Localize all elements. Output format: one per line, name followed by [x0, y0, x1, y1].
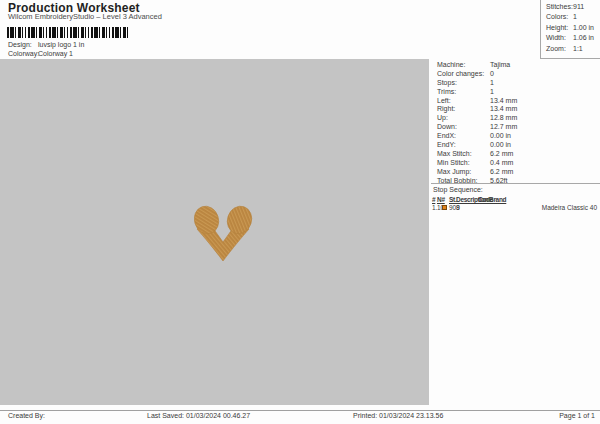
colorway-label: Colorway:: [8, 50, 39, 57]
colorway-row: Colorway: Colorway 1: [8, 50, 39, 57]
info-left: Left:13.4 mm: [437, 97, 600, 106]
footer-last-saved: Last Saved: 01/03/2024 00.46.27: [147, 412, 250, 419]
stat-stitches: Stitches:911: [546, 3, 600, 13]
design-stats-box: Stitches:911 Colors:1 Height:1.00 in Wid…: [540, 0, 600, 59]
panel-divider: [431, 183, 600, 184]
colorway-value: Colorway 1: [38, 50, 73, 57]
app-subtitle: Wilcom EmbroideryStudio – Level 3 Advanc…: [8, 12, 162, 21]
info-endy: EndY:0.00 in: [437, 141, 600, 150]
header: Production Worksheet Wilcom EmbroiderySt…: [0, 0, 600, 59]
machine-info-list: Machine:Tajima Color changes:0 Stops:1 T…: [429, 59, 600, 185]
stat-zoom: Zoom:1:1: [546, 45, 600, 55]
info-max-stitch: Max Stitch:6.2 mm: [437, 150, 600, 159]
design-canvas: [0, 59, 429, 405]
production-worksheet-page: Production Worksheet Wilcom EmbroiderySt…: [0, 0, 600, 424]
thread-color-swatch: [442, 205, 447, 210]
design-name-row: Design: luvsip logo 1 in: [8, 41, 32, 48]
footer-created-by: Created By:: [8, 412, 45, 419]
info-down: Down:12.7 mm: [437, 123, 600, 132]
cell-brand: Madeira Classic 40: [542, 204, 597, 211]
footer-page-number: Page 1 of 1: [559, 412, 595, 419]
info-up: Up:12.8 mm: [437, 114, 600, 123]
info-max-jump: Max Jump:6.2 mm: [437, 168, 600, 177]
col-header-num: #: [432, 196, 435, 203]
stop-sequence-title: Stop Sequence:: [433, 186, 483, 193]
info-endx: EndX:0.00 in: [437, 132, 600, 141]
info-trims: Trims:1: [437, 88, 600, 97]
col-header-brand: Brand: [489, 196, 506, 203]
design-value: luvsip logo 1 in: [38, 41, 84, 48]
cell-description: 8: [456, 204, 460, 211]
design-label: Design:: [8, 41, 32, 48]
info-total-bobbin: Total Bobbin:5.62ft: [437, 177, 600, 186]
col-header-needle: N#: [437, 196, 445, 203]
info-right: Right:13.4 mm: [437, 105, 600, 114]
stat-width: Width:1.06 in: [546, 34, 600, 44]
stat-height: Height:1.00 in: [546, 24, 600, 34]
machine-info-panel: Machine:Tajima Color changes:0 Stops:1 T…: [429, 59, 600, 405]
info-machine: Machine:Tajima: [437, 61, 600, 70]
heart-logo-stitchout: [194, 205, 254, 263]
info-stops: Stops:1: [437, 79, 600, 88]
info-color-changes: Color changes:0: [437, 70, 600, 79]
footer-divider: [0, 410, 600, 411]
barcode-icon: [7, 27, 130, 38]
stat-colors: Colors:1: [546, 13, 600, 23]
info-min-stitch: Min Stitch:0.4 mm: [437, 159, 600, 168]
footer-printed: Printed: 01/03/2024 23.13.56: [353, 412, 443, 419]
